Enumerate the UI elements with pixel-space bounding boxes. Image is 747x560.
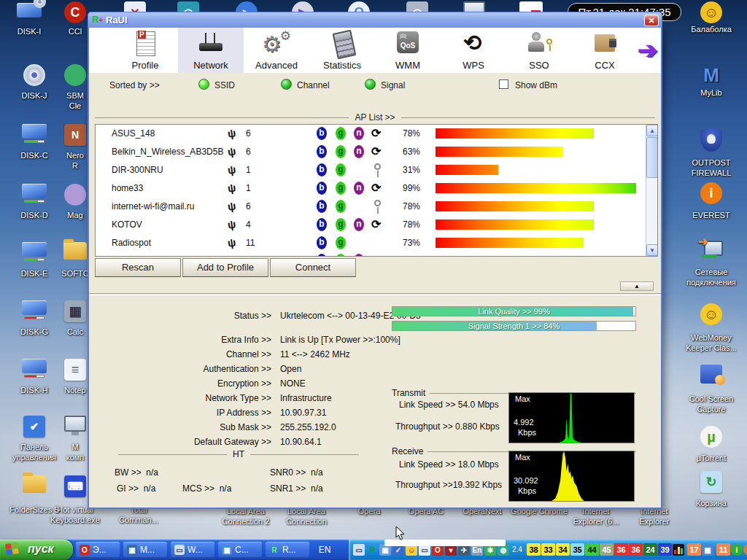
- webmoney-icon[interactable]: ☺: [697, 303, 726, 325]
- sort-ssid-button[interactable]: [198, 79, 209, 90]
- tray-badge[interactable]: 38: [527, 543, 541, 556]
- tray-badge[interactable]: 24: [643, 543, 657, 556]
- tray-badge[interactable]: 45: [600, 543, 614, 556]
- nero-icon[interactable]: N: [61, 124, 90, 146]
- disk-i-icon[interactable]: [15, 3, 44, 18]
- softc-icon[interactable]: [61, 242, 90, 260]
- antenna-icon: ψ: [227, 199, 237, 212]
- task-button-2[interactable]: ▣M...: [123, 542, 167, 558]
- sbm-icon[interactable]: [61, 64, 90, 86]
- status-value: 10.90.64.1: [280, 437, 322, 447]
- info-orange-icon[interactable]: i: [743, 544, 747, 556]
- antenna-icon: ψ: [227, 181, 237, 194]
- ap-ssid: Radiospot: [112, 238, 151, 248]
- disk-c-icon[interactable]: [20, 124, 49, 143]
- disk-g-icon[interactable]: [20, 300, 49, 319]
- mag-icon[interactable]: [61, 184, 90, 206]
- mode-g-badge: g: [336, 182, 346, 195]
- chart-tray-icon[interactable]: [673, 544, 684, 556]
- tab-wps[interactable]: WPS: [441, 28, 506, 73]
- ap-row-ASUS_148[interactable]: ASUS_148ψ6bgn⟳78%: [96, 125, 657, 143]
- language-indicator[interactable]: EN: [309, 542, 340, 558]
- tray-badge[interactable]: 36: [614, 543, 628, 556]
- ap-row-Belkin_N_Wireless_AB3D5B[interactable]: Belkin_N_Wireless_AB3D5Bψ6bgn⟳63%: [96, 143, 657, 161]
- task-button-1[interactable]: OЭ...: [76, 542, 120, 558]
- tray-badge[interactable]: 11: [716, 543, 730, 556]
- tray-badge[interactable]: 39: [658, 543, 672, 556]
- balabolka-icon[interactable]: ☺: [697, 1, 726, 23]
- connect-button[interactable]: Connect: [270, 258, 356, 277]
- sort-channel-button[interactable]: [281, 79, 292, 90]
- tray-badge[interactable]: 36: [629, 543, 643, 556]
- ccleaner-icon[interactable]: C: [61, 1, 90, 23]
- next-tab-arrow-icon[interactable]: ➔: [638, 36, 657, 64]
- task-button-4[interactable]: ▣C...: [218, 542, 262, 558]
- recycle-bin-icon[interactable]: ↻: [697, 471, 726, 493]
- scrollbar-thumb[interactable]: [646, 137, 658, 178]
- hot-virtual-keyboard-icon[interactable]: ⌨: [61, 475, 90, 497]
- ap-row-home33[interactable]: home33ψ1bgn⟳99%: [96, 179, 657, 198]
- notep-icon[interactable]: ≡: [61, 359, 90, 381]
- tab-advanced[interactable]: Advanced: [244, 28, 309, 73]
- tab-statistics[interactable]: Statistics: [309, 28, 375, 73]
- tab-ccx[interactable]: CCX: [572, 28, 638, 73]
- rescan-button[interactable]: Rescan: [95, 258, 181, 277]
- disk-e-icon[interactable]: [20, 242, 49, 261]
- tab-wmm[interactable]: QoSWMM: [375, 28, 441, 73]
- ap-channel: 4: [246, 219, 251, 230]
- task-icon: ▣: [222, 545, 232, 555]
- tab-network[interactable]: Network: [178, 28, 244, 73]
- my-computer-icon[interactable]: [61, 416, 90, 432]
- cool-screen-icon[interactable]: [697, 365, 726, 384]
- everest-icon[interactable]: i: [697, 182, 726, 204]
- tray-badge[interactable]: 44: [585, 543, 599, 556]
- webmoney-label: WebMoneyKeeper Clas...: [678, 332, 745, 353]
- tray-badge[interactable]: 33: [541, 543, 555, 556]
- collapse-panel-button[interactable]: ▲: [620, 281, 654, 291]
- device-tray-icon[interactable]: ▦: [702, 544, 713, 556]
- ap-ssid: KOTOV: [112, 219, 142, 230]
- outpost-icon[interactable]: [697, 128, 726, 152]
- utorrent-icon[interactable]: µ: [697, 426, 726, 448]
- show-dbm-checkbox[interactable]: [499, 79, 508, 89]
- mode-b-badge: b: [317, 254, 327, 257]
- mode-g-badge: g: [336, 200, 346, 213]
- sort-signal-button[interactable]: [365, 79, 376, 90]
- start-button[interactable]: пуск: [0, 540, 73, 560]
- window-titlebar[interactable]: R+ RaUI ✕: [88, 12, 662, 28]
- mylib-icon[interactable]: M: [697, 64, 726, 87]
- foldersizes-icon[interactable]: [20, 475, 49, 493]
- tray-badge[interactable]: 34: [556, 543, 570, 556]
- ap-row-DIR-300NRU[interactable]: DIR-300NRUψ1bg31%: [96, 161, 657, 179]
- disk-j-icon[interactable]: [20, 64, 49, 86]
- ap-list-scrollbar[interactable]: ▲ ▼: [646, 125, 657, 256]
- tab-sso[interactable]: SSO: [506, 28, 572, 73]
- task-button-3[interactable]: ▭W...: [171, 542, 214, 558]
- disk-d-icon[interactable]: [20, 184, 49, 203]
- tray-badge[interactable]: 35: [570, 543, 584, 556]
- calculator-icon: [326, 30, 358, 58]
- ap-row-KOTOV[interactable]: KOTOVψ4bgn⟳78%: [96, 216, 657, 234]
- task-icon: R: [269, 545, 279, 555]
- cool-screen-label: Cool ScreenCapture: [678, 394, 745, 414]
- ap-row-internet-wi-fi@mail.ru[interactable]: internet-wi-fi@mail.ruψ6bg78%: [96, 198, 657, 216]
- ralink-tray-icon[interactable]: R: [366, 544, 378, 556]
- ap-row-Radiospot[interactable]: Radiospotψ11bg73%: [96, 234, 657, 252]
- ap-list-header: AP List >>: [95, 112, 655, 122]
- tab-profile[interactable]: Profile: [112, 28, 178, 73]
- rx-link-speed: Link Speed >> 18.0 Mbps: [399, 459, 499, 470]
- wps-icon: ⟳: [371, 217, 381, 231]
- scroll-down-icon[interactable]: ▼: [646, 244, 658, 256]
- task-button-5[interactable]: RR...: [266, 542, 309, 558]
- control-panel-icon[interactable]: ✔: [20, 416, 49, 438]
- disk-h-icon[interactable]: [20, 359, 49, 378]
- scroll-up-icon[interactable]: ▲: [646, 125, 658, 136]
- close-icon[interactable]: ✕: [644, 15, 659, 26]
- network-connections-icon[interactable]: [697, 239, 726, 258]
- add-to-profile-button[interactable]: Add to Profile: [182, 258, 268, 277]
- desktop: DISK-ICCCl✕◎▶▶Q◠☺БалаболкаDISK-JSBMCleDI…: [0, 0, 747, 560]
- tray-badge[interactable]: 17: [687, 543, 701, 556]
- calc-icon[interactable]: ▦: [61, 300, 90, 322]
- monitor-sound-icon[interactable]: ▭: [353, 544, 365, 556]
- info-green-icon[interactable]: i: [731, 544, 743, 556]
